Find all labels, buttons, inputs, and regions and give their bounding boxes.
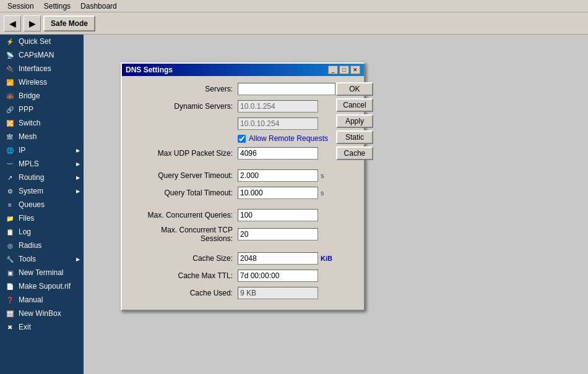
sidebar-label-make-supout: Make Supout.rif xyxy=(19,282,71,291)
sidebar-item-radius[interactable]: ◎ Radius xyxy=(0,239,84,252)
dynamic-servers-row2 xyxy=(129,117,332,130)
max-udp-row: Max UDP Packet Size: xyxy=(129,147,332,160)
allow-remote-checkbox[interactable] xyxy=(238,135,246,143)
dialog-form: Servers: ▼ Dynamic Servers: xyxy=(129,82,332,304)
sidebar-label-interfaces: Interfaces xyxy=(19,64,51,73)
menu-dashboard[interactable]: Dashboard xyxy=(76,1,122,12)
interfaces-icon: 🔌 xyxy=(5,64,15,74)
cache-size-label: Cache Size: xyxy=(129,254,238,263)
max-concurrent-queries-label: Max. Concurrent Queries: xyxy=(129,211,238,219)
new-terminal-icon: ▣ xyxy=(5,268,15,278)
max-concurrent-tcp-input[interactable] xyxy=(238,228,318,240)
apply-button[interactable]: Apply xyxy=(336,114,373,128)
cache-used-row: Cache Used: xyxy=(129,286,332,300)
safe-mode-button[interactable]: Safe Mode xyxy=(43,15,95,32)
sidebar-item-routing[interactable]: ↗ Routing xyxy=(0,171,84,184)
sidebar-item-manual[interactable]: ❓ Manual xyxy=(0,293,84,307)
query-total-timeout-label: Query Total Timeout: xyxy=(129,189,238,197)
query-server-timeout-row: Query Server Timeout: s xyxy=(129,169,332,182)
max-concurrent-queries-input[interactable] xyxy=(238,209,318,221)
sidebar-label-ppp: PPP xyxy=(19,105,33,114)
sidebar-label-quick-set: Quick Set xyxy=(19,37,51,46)
sidebar: ⚡ Quick Set 📡 CAPsMAN 🔌 Interfaces 📶 Wir… xyxy=(0,35,84,374)
sidebar-item-make-supout[interactable]: 📄 Make Supout.rif xyxy=(0,279,84,293)
back-button[interactable]: ◀ xyxy=(4,15,21,32)
ok-button[interactable]: OK xyxy=(336,82,373,96)
dialog-controls: _ □ ✕ xyxy=(328,66,360,74)
sidebar-item-capsman[interactable]: 📡 CAPsMAN xyxy=(0,48,84,62)
sidebar-item-ip[interactable]: 🌐 IP xyxy=(0,143,84,157)
static-button[interactable]: Static xyxy=(336,130,373,144)
sidebar-item-mpls[interactable]: 〰 MPLS xyxy=(0,157,84,171)
cancel-button[interactable]: Cancel xyxy=(336,98,373,112)
sidebar-item-system[interactable]: ⚙ System xyxy=(0,184,84,198)
sidebar-item-wireless[interactable]: 📶 Wireless xyxy=(0,75,84,89)
routing-icon: ↗ xyxy=(5,172,15,182)
allow-remote-row: Allow Remote Requests xyxy=(129,134,332,143)
dialog-close-button[interactable]: ✕ xyxy=(350,66,360,74)
menu-session[interactable]: Session xyxy=(2,1,39,12)
sidebar-label-new-winbox: New WinBox xyxy=(19,309,61,318)
cache-button[interactable]: Cache xyxy=(336,147,373,160)
switch-icon: 🔀 xyxy=(5,118,15,128)
sidebar-label-exit: Exit xyxy=(19,323,31,331)
capsman-icon: 📡 xyxy=(5,50,15,60)
allow-remote-label: Allow Remote Requests xyxy=(249,134,328,143)
cache-max-ttl-label: Cache Max TTL: xyxy=(129,271,238,280)
query-total-timeout-unit: s xyxy=(321,189,324,197)
sidebar-item-bridge[interactable]: 🌉 Bridge xyxy=(0,89,84,103)
mesh-icon: 🕸 xyxy=(5,132,15,142)
sidebar-item-mesh[interactable]: 🕸 Mesh xyxy=(0,130,84,143)
dialog-body: Servers: ▼ Dynamic Servers: xyxy=(122,76,364,310)
dialog-maximize-button[interactable]: □ xyxy=(339,66,349,74)
query-server-timeout-unit: s xyxy=(321,172,324,179)
forward-button[interactable]: ▶ xyxy=(24,15,41,32)
content-area: DNS Settings _ □ ✕ Servers: ▼ xyxy=(84,35,588,374)
query-server-timeout-input[interactable] xyxy=(238,169,318,182)
max-udp-input[interactable] xyxy=(238,147,318,159)
files-icon: 📁 xyxy=(5,213,15,223)
sidebar-item-queues[interactable]: ≡ Queues xyxy=(0,198,84,211)
sidebar-item-interfaces[interactable]: 🔌 Interfaces xyxy=(0,62,84,75)
cache-size-input[interactable] xyxy=(238,252,318,265)
radius-icon: ◎ xyxy=(5,240,15,250)
sidebar-label-queues: Queues xyxy=(19,200,45,209)
sidebar-item-files[interactable]: 📁 Files xyxy=(0,211,84,225)
servers-label: Servers: xyxy=(129,85,238,93)
sidebar-label-new-terminal: New Terminal xyxy=(19,268,63,277)
ppp-icon: 🔗 xyxy=(5,104,15,114)
queues-icon: ≡ xyxy=(5,200,15,210)
sidebar-label-manual: Manual xyxy=(19,295,43,304)
sidebar-label-capsman: CAPsMAN xyxy=(19,51,54,59)
max-concurrent-tcp-row: Max. Concurrent TCP Sessions: xyxy=(129,226,332,243)
sidebar-item-tools[interactable]: 🔧 Tools xyxy=(0,252,84,266)
sidebar-item-new-winbox[interactable]: 🪟 New WinBox xyxy=(0,307,84,320)
sidebar-item-exit[interactable]: ✖ Exit xyxy=(0,320,84,334)
menu-settings[interactable]: Settings xyxy=(39,1,76,12)
sidebar-item-new-terminal[interactable]: ▣ New Terminal xyxy=(0,266,84,279)
sidebar-item-switch[interactable]: 🔀 Switch xyxy=(0,116,84,130)
servers-row: Servers: ▼ xyxy=(129,82,332,96)
dialog-minimize-button[interactable]: _ xyxy=(328,66,338,74)
cache-max-ttl-input[interactable] xyxy=(238,270,318,282)
sidebar-label-mesh: Mesh xyxy=(19,132,37,141)
sidebar-label-routing: Routing xyxy=(19,173,44,182)
query-total-timeout-input[interactable] xyxy=(238,187,318,199)
sidebar-item-log[interactable]: 📋 Log xyxy=(0,225,84,239)
dialog-titlebar: DNS Settings _ □ ✕ xyxy=(122,64,364,76)
servers-input[interactable] xyxy=(238,83,335,95)
sidebar-label-radius: Radius xyxy=(19,241,41,250)
dynamic-servers-input2[interactable] xyxy=(238,117,318,130)
sidebar-label-tools: Tools xyxy=(19,255,36,263)
dynamic-servers-input1[interactable] xyxy=(238,100,318,113)
sidebar-label-switch: Switch xyxy=(19,119,40,127)
wireless-icon: 📶 xyxy=(5,77,15,87)
sidebar-item-quick-set[interactable]: ⚡ Quick Set xyxy=(0,35,84,48)
bridge-icon: 🌉 xyxy=(5,91,15,101)
max-udp-label: Max UDP Packet Size: xyxy=(129,149,238,158)
cache-size-row: Cache Size: KiB xyxy=(129,252,332,265)
dynamic-servers-label: Dynamic Servers: xyxy=(129,102,238,111)
sidebar-item-ppp[interactable]: 🔗 PPP xyxy=(0,103,84,116)
cache-used-label: Cache Used: xyxy=(129,289,238,297)
servers-combo[interactable]: ▼ xyxy=(238,83,318,95)
